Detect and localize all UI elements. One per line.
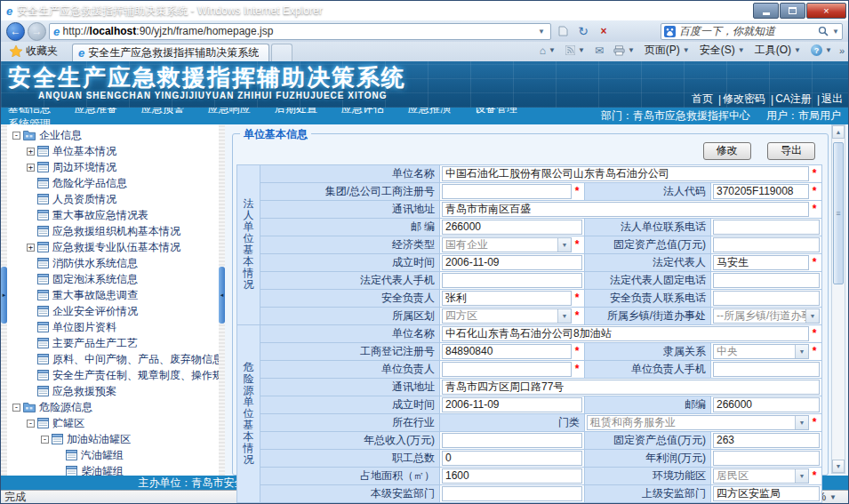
text-input[interactable]	[713, 451, 820, 466]
tree-item-label[interactable]: 周边环境情况	[52, 160, 116, 175]
tree-item[interactable]: +周边环境情况	[7, 159, 219, 175]
text-input[interactable]: 青岛市四方区周口路77号	[442, 380, 820, 395]
tab-active[interactable]: e 安全生产应急救援指挥辅助决策系统	[72, 44, 269, 61]
text-input[interactable]: 马安生	[713, 255, 809, 270]
tree-item[interactable]: 消防供水系统信息	[7, 255, 219, 271]
tree-item-label[interactable]: 主要产品生产工艺	[52, 336, 138, 351]
stop-button[interactable]: ×	[595, 22, 613, 40]
tree-item-label[interactable]: 贮罐区	[52, 416, 84, 431]
home-button[interactable]: ⌂▼	[537, 44, 558, 58]
text-input[interactable]	[713, 273, 820, 288]
tree-item-label[interactable]: 汽油罐组	[81, 448, 124, 463]
tree-item[interactable]: 原料、中间产物、产品、废弃物信息	[7, 351, 219, 367]
compatibility-view-button[interactable]	[554, 22, 572, 40]
text-input[interactable]: 2006-11-09	[442, 255, 582, 270]
select-dropdown[interactable]: 四方区▼	[442, 308, 572, 324]
tree-item[interactable]: 危险化学品信息	[7, 175, 219, 191]
tree-item-label[interactable]: 安全生产责任制、规章制度、操作规程信息	[52, 368, 219, 383]
favorites-button[interactable]: 收藏夹	[4, 42, 65, 61]
expand-icon[interactable]: +	[27, 148, 35, 156]
read-mail-button[interactable]: ✉	[592, 44, 606, 58]
scrollbar-thumb[interactable]: ≡	[833, 142, 844, 284]
tree-item-label[interactable]: 单位图片资料	[52, 320, 116, 335]
safety-menu[interactable]: 安全(S)▼	[697, 42, 748, 59]
text-input[interactable]: 中国石油化工股份有限公司山东青岛石油分公司	[442, 166, 809, 181]
page-menu[interactable]: 页面(P)▼	[642, 42, 693, 59]
tree-item[interactable]: 主要产品生产工艺	[7, 335, 219, 351]
tree-item-label[interactable]: 加油站油罐区	[67, 432, 131, 447]
tree-item-label[interactable]: 应急救援组织机构基本情况	[52, 224, 180, 239]
select-dropdown[interactable]: 中央▼	[713, 344, 809, 359]
tree-item[interactable]: -贮罐区	[7, 415, 219, 431]
tree-item-label[interactable]: 企业信息	[39, 128, 82, 143]
text-input[interactable]: 四方区安监局	[713, 486, 820, 501]
chevron-down-icon[interactable]: ▼	[795, 416, 808, 429]
maximize-button[interactable]	[780, 3, 805, 19]
tree-item-label[interactable]: 应急救援专业队伍基本情况	[52, 240, 180, 255]
chevron-down-icon[interactable]: ▼	[795, 345, 808, 358]
tree-item[interactable]: 固定泡沫系统信息	[7, 271, 219, 287]
tree-item[interactable]: -危险源信息	[7, 399, 219, 415]
tree-item-label[interactable]: 人员资质情况	[52, 192, 116, 207]
text-input[interactable]: 2006-11-09	[442, 397, 582, 412]
collapse-icon[interactable]: -	[12, 404, 20, 412]
tree-item-label[interactable]: 单位基本情况	[52, 144, 116, 159]
tree-item-label[interactable]: 固定泡沫系统信息	[52, 272, 138, 287]
print-button[interactable]: ▼	[611, 44, 637, 57]
tree-item[interactable]: +应急救援专业队伍基本情况	[7, 239, 219, 255]
text-input[interactable]	[442, 486, 582, 501]
text-input[interactable]: 263	[713, 433, 820, 448]
text-input[interactable]: 0	[442, 451, 582, 466]
address-input[interactable]: e http://localhost:90/yjzh/frame/homepag…	[49, 23, 551, 40]
text-input[interactable]	[713, 291, 820, 306]
tree-item-label[interactable]: 原料、中间产物、产品、废弃物信息	[52, 352, 219, 367]
select-dropdown[interactable]: 租赁和商务服务业▼	[587, 415, 809, 430]
tree-item-label[interactable]: 柴油罐组	[81, 464, 124, 476]
tree-item[interactable]: 汽油罐组	[7, 447, 219, 463]
tree-item-label[interactable]: 危险源信息	[39, 400, 92, 415]
modify-button[interactable]: 修改	[703, 142, 751, 160]
form-scrollbar[interactable]: ▲ ≡ ▼	[831, 124, 845, 474]
chevron-down-icon[interactable]: ▼	[795, 469, 808, 483]
new-tab-button[interactable]	[271, 44, 292, 61]
refresh-button[interactable]: ↻	[574, 22, 592, 40]
tree-item[interactable]: 应急救援组织机构基本情况	[7, 223, 219, 239]
chevron-down-icon[interactable]: ▼	[805, 309, 819, 323]
text-input[interactable]	[442, 362, 572, 377]
collapse-icon[interactable]: -	[12, 132, 20, 140]
tree-item[interactable]: 应急救援预案	[7, 383, 219, 399]
select-dropdown[interactable]: 居民区▼	[713, 468, 809, 484]
collapse-icon[interactable]: -	[41, 436, 49, 444]
text-input[interactable]	[713, 220, 820, 235]
feeds-button[interactable]: ▼	[563, 44, 588, 56]
text-input[interactable]: 青岛市市南区百盛	[442, 202, 809, 217]
text-input[interactable]: 张利	[442, 291, 572, 306]
banner-link[interactable]: 首页	[692, 92, 713, 107]
export-button[interactable]: 导出	[767, 142, 815, 160]
chevron-down-icon[interactable]: ▼	[557, 309, 571, 323]
search-icon[interactable]	[818, 26, 829, 36]
search-dropdown-icon[interactable]: ▼	[832, 28, 839, 36]
tree-item[interactable]: 柴油罐组	[7, 463, 219, 476]
tree-item[interactable]: 人员资质情况	[7, 191, 219, 207]
text-input[interactable]: 266000	[713, 397, 820, 412]
text-input[interactable]: 266000	[442, 220, 582, 235]
tree-item-label[interactable]: 消防供水系统信息	[52, 256, 138, 271]
tree-item[interactable]: 重大事故隐患调查	[7, 287, 219, 303]
tree-item-label[interactable]: 应急救援预案	[52, 384, 116, 399]
tree-item[interactable]: 重大事故应急情况表	[7, 207, 219, 223]
tree-collapse-handle[interactable]: ◂	[219, 267, 225, 324]
tree-item[interactable]: 单位图片资料	[7, 319, 219, 335]
expand-icon[interactable]: +	[27, 244, 35, 252]
tree-item-label[interactable]: 重大事故隐患调查	[52, 288, 138, 303]
left-collapse-handle[interactable]: ▸	[1, 267, 7, 324]
tree-item[interactable]: -企业信息	[7, 127, 219, 143]
help-menu[interactable]: ?▼	[808, 44, 835, 57]
text-input[interactable]: 1600	[442, 468, 582, 484]
text-input[interactable]	[442, 184, 572, 199]
tools-menu[interactable]: 工具(O)▼	[752, 42, 804, 59]
banner-link[interactable]: 退出	[821, 92, 843, 107]
search-input[interactable]: 百度一下，你就知道 ▼	[661, 23, 843, 40]
scroll-up-button[interactable]: ▲	[832, 125, 845, 139]
tree-item[interactable]: +单位基本情况	[7, 143, 219, 159]
